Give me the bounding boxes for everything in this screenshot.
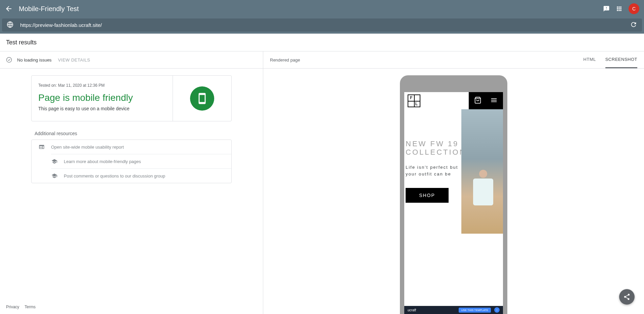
preview-logo: F L [408,94,420,107]
result-title: Page is mobile friendly [38,92,163,103]
resource-discussion[interactable]: Post comments or questions to our discus… [51,168,231,183]
back-arrow-icon[interactable] [5,5,13,13]
preview-footer-bar: ucraft USE THIS TEMPLATE ↑ [404,306,503,314]
scroll-top-icon: ↑ [494,307,500,313]
user-avatar[interactable]: C [629,3,639,14]
url-input[interactable]: https://preview-fashionlab.ucraft.site/ [20,22,630,28]
privacy-link[interactable]: Privacy [6,305,19,309]
resource-text: Post comments or questions to our discus… [64,173,165,179]
rendered-page-label: Rendered page [270,57,583,63]
logo-letter-f: F [410,95,412,100]
logo-letter-l: L [415,102,418,106]
preview-collection-title: NEW FW 19 COLLECTION [406,140,463,157]
svg-point-2 [7,57,12,63]
left-pane: No loading issues VIEW DETAILS Tested on… [0,51,263,314]
footer: Privacy Terms [0,300,263,314]
resources-card: Open site-wide mobile usability report L… [31,140,232,183]
bag-icon [474,96,481,105]
school-icon [51,158,58,164]
globe-icon [7,21,13,29]
additional-resources-title: Additional resources [35,131,232,136]
app-title: Mobile-Friendly Test [19,5,603,13]
preview-site-header: F L [404,92,503,109]
tested-on-text: Tested on: Mar 11, 2020 at 12:36 PM [38,83,163,88]
right-pane: Rendered page HTML SCREENSHOT F L [263,51,644,314]
preview-area: F L [263,69,644,314]
mobile-success-icon [190,86,214,111]
loading-status-bar: No loading issues VIEW DETAILS [0,51,263,69]
feedback-icon[interactable] [603,5,610,12]
school-icon [51,173,58,179]
url-bar: https://preview-fashionlab.ucraft.site/ [2,18,642,32]
tab-screenshot[interactable]: SCREENSHOT [605,51,637,68]
preview-hero-image [461,109,503,234]
ucraft-logo: ucraft [408,308,416,312]
resource-learn-more[interactable]: Learn more about mobile-friendly pages [51,154,231,168]
hamburger-menu-icon [490,96,498,105]
view-details-button[interactable]: VIEW DETAILS [58,57,90,63]
tab-html[interactable]: HTML [583,51,596,68]
apps-grid-icon[interactable] [616,5,623,12]
loading-status-text: No loading issues [17,57,52,63]
refresh-icon[interactable] [630,21,637,30]
preview-tagline: Life isn't perfect but your outfit can b… [406,164,463,178]
phone-screen: F L [404,92,503,314]
web-icon [38,144,45,150]
resource-text: Open site-wide mobile usability report [51,145,124,150]
resource-text: Learn more about mobile-friendly pages [64,159,141,164]
result-card: Tested on: Mar 11, 2020 at 12:36 PM Page… [31,75,232,121]
preview-shop-button: SHOP [406,188,449,203]
terms-link[interactable]: Terms [25,305,36,309]
phone-frame: F L [400,75,507,314]
check-circle-icon [6,57,12,63]
app-header: Mobile-Friendly Test C [0,0,644,17]
results-header: Test results [0,34,644,51]
use-template-button: USE THIS TEMPLATE [459,308,491,313]
url-bar-container: https://preview-fashionlab.ucraft.site/ [0,17,644,34]
resource-usability-report[interactable]: Open site-wide mobile usability report [32,140,231,154]
share-fab[interactable] [619,289,635,305]
collection-line2: COLLECTION [406,148,466,156]
result-description: This page is easy to use on a mobile dev… [38,106,163,111]
collection-line1: NEW FW 19 [406,140,459,148]
